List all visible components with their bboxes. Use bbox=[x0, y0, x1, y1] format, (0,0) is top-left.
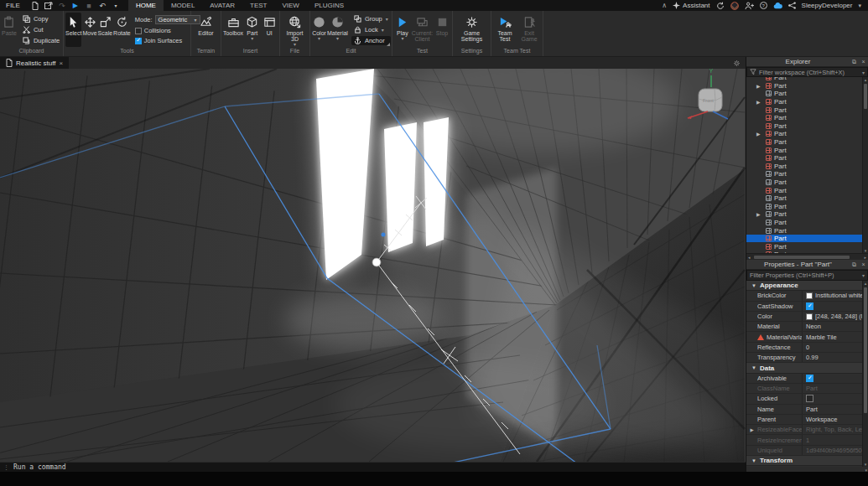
copy-button[interactable]: Copy bbox=[20, 14, 62, 23]
tree-item-part[interactable]: ▶Part bbox=[746, 210, 862, 219]
explorer-hscrollbar[interactable]: ◂ ▸ bbox=[746, 253, 868, 260]
terrain-editor-button[interactable]: Editor bbox=[195, 13, 218, 47]
add-collaborator-icon[interactable] bbox=[745, 2, 754, 10]
property-row-archivable[interactable]: Archivable bbox=[746, 374, 862, 384]
cloud-icon[interactable] bbox=[773, 3, 782, 9]
tree-item-part[interactable]: Part bbox=[746, 235, 862, 243]
expand-arrow-icon[interactable]: ▶ bbox=[756, 99, 763, 105]
scale-tool-button[interactable]: Scale bbox=[98, 13, 113, 47]
color-swatch[interactable] bbox=[806, 313, 813, 320]
collapse-ribbon-icon[interactable]: ∧ bbox=[662, 2, 667, 9]
property-value[interactable]: Right, Top, Back, Left, ... bbox=[802, 425, 862, 434]
section-collapse-icon[interactable]: ▼ bbox=[751, 365, 756, 370]
properties-filter-input[interactable]: Filter Properties (Ctrl+Shift+P) ▾ bbox=[746, 270, 868, 281]
property-row-uniqueid[interactable]: UniqueId1d94f40b946956f507... bbox=[746, 446, 862, 456]
tree-item-part[interactable]: Part bbox=[746, 226, 862, 235]
tree-item-part[interactable]: Part bbox=[746, 178, 862, 187]
team-test-button[interactable]: Team Test bbox=[493, 13, 517, 47]
username-label[interactable]: SleepyDeveloper bbox=[802, 2, 853, 9]
tab-avatar[interactable]: AVATAR bbox=[202, 0, 242, 11]
scroll-thumb[interactable] bbox=[864, 287, 867, 413]
document-tab[interactable]: Realistic stuff × bbox=[0, 57, 69, 69]
property-row-material[interactable]: MaterialNeon bbox=[746, 322, 862, 332]
property-row-materialvariant[interactable]: MaterialVariantMarble Tile bbox=[746, 332, 862, 342]
hscroll-thumb[interactable] bbox=[754, 256, 850, 260]
rotate-tool-button[interactable]: Rotate bbox=[113, 13, 131, 47]
property-row-transparency[interactable]: Transparency0.99 bbox=[746, 353, 862, 363]
quick-access-caret-icon[interactable]: ▾ bbox=[112, 2, 120, 10]
scroll-up-icon[interactable]: ▴ bbox=[863, 77, 868, 82]
new-file-icon[interactable] bbox=[31, 2, 39, 10]
assistant-button[interactable]: Assistant bbox=[673, 2, 709, 9]
help-icon[interactable]: ? bbox=[760, 2, 767, 9]
viewport-3d[interactable]: Y Front bbox=[0, 69, 746, 462]
scroll-up-icon[interactable]: ▴ bbox=[863, 281, 868, 286]
property-value[interactable]: 1d94f40b946956f507... bbox=[802, 446, 862, 455]
tree-item-part[interactable]: Part bbox=[746, 122, 862, 131]
property-value[interactable] bbox=[802, 302, 862, 311]
property-row-castshadow[interactable]: CastShadow bbox=[746, 302, 862, 312]
edit-dialog-launcher-icon[interactable] bbox=[387, 43, 390, 46]
tree-item-part[interactable]: Part bbox=[746, 186, 862, 194]
tree-item-part[interactable]: ▶Part bbox=[746, 130, 862, 138]
anchor-button[interactable]: Anchor bbox=[351, 36, 391, 45]
section-collapse-icon[interactable]: ▼ bbox=[751, 458, 756, 463]
property-value[interactable] bbox=[802, 374, 862, 383]
move-tool-button[interactable]: Move bbox=[82, 13, 96, 47]
tree-item-part[interactable]: Part bbox=[746, 114, 862, 122]
explorer-close-icon[interactable]: × bbox=[859, 59, 868, 65]
tab-model[interactable]: MODEL bbox=[164, 0, 202, 11]
properties-header[interactable]: Properties - Part "Part" ⧉ × bbox=[746, 260, 868, 270]
exit-game-button[interactable]: Exit Game bbox=[517, 13, 541, 47]
color-button[interactable]: Color ▾ bbox=[312, 13, 326, 47]
file-menu[interactable]: FILE bbox=[0, 0, 26, 11]
property-value[interactable]: Part bbox=[802, 405, 862, 414]
insert-part-button[interactable]: Part ▾ bbox=[244, 13, 261, 47]
property-value[interactable]: 0.99 bbox=[802, 353, 862, 362]
undo-icon[interactable]: ↶ bbox=[98, 2, 107, 10]
tree-item-part[interactable]: Part bbox=[746, 138, 862, 147]
property-checkbox[interactable] bbox=[806, 375, 813, 382]
tree-item-part[interactable]: Part bbox=[746, 203, 862, 211]
properties-vscrollbar[interactable]: ▴ ▾ bbox=[862, 281, 868, 467]
property-row-color[interactable]: Color[248, 248, 248] (In... bbox=[746, 312, 862, 322]
explorer-filter-input[interactable]: Filter workspace (Ctrl+Shift+X) ▾ bbox=[746, 67, 868, 77]
selection-dot[interactable] bbox=[382, 233, 386, 237]
property-section-appearance[interactable]: ▼Appearance bbox=[746, 281, 862, 291]
current-client-button[interactable]: Current: Client bbox=[412, 13, 433, 47]
redo-icon[interactable]: ↷ bbox=[58, 2, 66, 10]
tab-home[interactable]: HOME bbox=[128, 0, 164, 11]
property-row-locked[interactable]: Locked bbox=[746, 394, 862, 404]
property-row-resizeablefaces[interactable]: ▶ResizeableFacesRight, Top, Back, Left, … bbox=[746, 425, 862, 435]
tab-view[interactable]: VIEW bbox=[274, 0, 306, 11]
material-button[interactable]: Material ▾ bbox=[327, 13, 348, 47]
import-3d-button[interactable]: Import 3D ▾ bbox=[283, 13, 307, 47]
share-icon[interactable] bbox=[788, 2, 796, 9]
game-settings-button[interactable]: Game Settings bbox=[458, 13, 486, 47]
avatar[interactable] bbox=[730, 2, 739, 10]
property-value[interactable]: Part bbox=[802, 384, 862, 393]
tree-item-part[interactable]: Part bbox=[746, 242, 862, 251]
scroll-right-icon[interactable]: ▸ bbox=[864, 255, 866, 260]
tree-item-part[interactable]: Part bbox=[746, 170, 862, 178]
tree-item-part[interactable]: ▶Part bbox=[746, 82, 862, 90]
tree-item-part[interactable]: Part bbox=[746, 194, 862, 203]
property-value[interactable]: 1 bbox=[802, 435, 862, 444]
explorer-popout-icon[interactable]: ⧉ bbox=[850, 59, 859, 65]
open-file-icon[interactable] bbox=[44, 2, 53, 10]
cut-button[interactable]: Cut bbox=[20, 25, 62, 34]
tree-item-part[interactable]: Part bbox=[746, 154, 862, 163]
tree-item-part[interactable]: Part bbox=[746, 90, 862, 98]
command-bar[interactable]: ⋮ Run a command bbox=[0, 462, 746, 472]
toolbox-button[interactable]: Toolbox bbox=[223, 13, 243, 47]
duplicate-button[interactable]: Duplicate bbox=[20, 36, 62, 45]
properties-popout-icon[interactable]: ⧉ bbox=[850, 261, 859, 268]
tree-item-part[interactable]: ▶Part bbox=[746, 98, 862, 106]
property-value[interactable]: [248, 248, 248] (In... bbox=[802, 312, 862, 321]
scroll-left-icon[interactable]: ◂ bbox=[748, 255, 751, 260]
explorer-header[interactable]: Explorer ⧉ × bbox=[746, 57, 868, 67]
stop-button[interactable]: Stop bbox=[434, 13, 450, 47]
property-expand-icon[interactable]: ▶ bbox=[746, 425, 757, 434]
property-value[interactable]: Institutional white bbox=[802, 291, 862, 300]
property-row-reflectance[interactable]: Reflectance0 bbox=[746, 343, 862, 353]
